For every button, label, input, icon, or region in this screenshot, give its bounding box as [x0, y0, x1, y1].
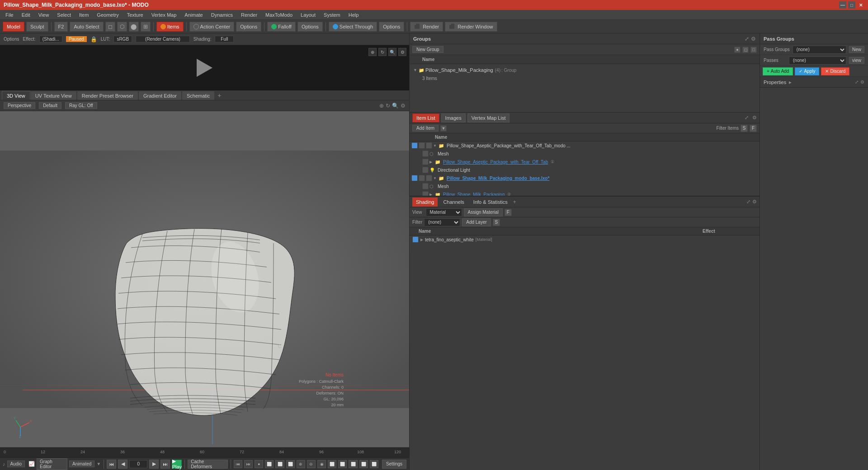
tab-info-stats[interactable]: Info & Statistics	[470, 197, 511, 207]
transport-icon-4[interactable]: ⬜	[265, 460, 274, 468]
groups-vis-1[interactable]: ●	[734, 47, 741, 53]
menu-layout[interactable]: Layout	[297, 11, 319, 19]
tab-images[interactable]: Images	[441, 113, 466, 122]
auto-select-btn[interactable]: Auto Select	[70, 22, 103, 32]
mesh-area[interactable]: C No Items Polygons : Catmull-Clark Chan…	[0, 111, 409, 447]
add-shading-tab-btn[interactable]: +	[513, 199, 516, 205]
properties-settings-icon[interactable]: ⚙	[860, 80, 864, 85]
shading-view-dropdown[interactable]: Material	[426, 208, 462, 216]
tab-schematic[interactable]: Schematic	[182, 91, 215, 100]
item-vis-1[interactable]	[411, 142, 418, 149]
audio-btn[interactable]: Audio	[7, 461, 25, 467]
item-list-resize-icon[interactable]: ⤢	[745, 115, 749, 121]
tab-3d-view[interactable]: 3D View	[2, 91, 30, 100]
tab-uv-texture[interactable]: UV Texture View	[30, 91, 77, 100]
group-sub-item[interactable]: 3 Items	[410, 74, 760, 82]
tab-item-list[interactable]: Item List	[412, 113, 439, 122]
item-row-7[interactable]: ▶ 📁 Pillow_Shape_Milk_Packaging ②	[410, 190, 760, 196]
anim-rotate-icon[interactable]: ↻	[378, 48, 387, 56]
transport-icon-6[interactable]: ⬜	[286, 460, 295, 468]
add-layer-btn[interactable]: Add Layer	[462, 218, 491, 226]
transport-icon-8[interactable]: ⊖	[307, 460, 316, 468]
close-btn[interactable]: ✕	[857, 1, 864, 9]
animated-dropdown-icon[interactable]: ▼	[96, 461, 101, 466]
select-tool-4[interactable]: ⊞	[141, 22, 151, 32]
item-toolbar-dropdown[interactable]: ▼	[440, 125, 447, 132]
transport-icon-7[interactable]: ⊕	[297, 460, 305, 468]
shading-row-1[interactable]: ▶ tetra_fino_aseptic_white [Material]	[410, 235, 760, 244]
viewport-3d[interactable]: Perspective Default Ray GL: Off ⊕ ↻ 🔍 ⚙	[0, 100, 409, 447]
groups-vis-2[interactable]: ◻	[742, 47, 749, 53]
select-tool-3[interactable]: ⬤	[129, 22, 139, 32]
shading-resize-icon[interactable]: ⤢	[746, 199, 750, 205]
render-btn[interactable]: ⬛ Render	[410, 22, 443, 32]
animated-btn[interactable]: Animated	[69, 461, 94, 467]
effect-value[interactable]: (Shadi...	[39, 36, 62, 42]
vp-icon-settings[interactable]: ⚙	[401, 103, 406, 109]
add-tab-btn[interactable]: +	[215, 91, 224, 100]
shading-f-btn[interactable]: F	[505, 209, 512, 216]
frame-input[interactable]	[129, 460, 147, 468]
menu-file[interactable]: File	[2, 11, 17, 19]
raygl-btn[interactable]: Ray GL: Off	[65, 102, 97, 109]
next-frame-btn[interactable]: ▶	[149, 460, 159, 469]
tab-channels[interactable]: Channels	[439, 197, 467, 207]
item-vis-3[interactable]	[422, 159, 429, 165]
item-eye-1[interactable]	[419, 142, 425, 149]
item-list-settings-icon[interactable]: ⚙	[752, 115, 757, 121]
discard-btn[interactable]: ✕ Discard	[821, 67, 849, 75]
auto-add-btn[interactable]: + Auto Add	[763, 67, 793, 75]
item-vis-2[interactable]	[422, 150, 429, 157]
shading-vis-1[interactable]	[412, 236, 419, 243]
passes-view-btn[interactable]: view	[849, 57, 864, 64]
transport-icon-2[interactable]: ⏭	[244, 460, 253, 468]
item-vis-6[interactable]	[422, 183, 429, 189]
groups-settings-icon[interactable]: ⚙	[751, 36, 756, 42]
item-row-6[interactable]: ⬡ Mesh	[410, 182, 760, 190]
tab-gradient-editor[interactable]: Gradient Editor	[138, 91, 182, 100]
groups-resize-icon[interactable]: ⤢	[745, 36, 749, 42]
menu-vertex-map[interactable]: Vertex Map	[148, 11, 180, 19]
new-group-btn[interactable]: New Group	[412, 46, 443, 53]
properties-resize-icon[interactable]: ⤢	[855, 80, 859, 85]
action-center-btn[interactable]: Action Center	[189, 22, 235, 32]
tab-vertex-map[interactable]: Vertex Map List	[467, 113, 510, 122]
item-row-4[interactable]: 💡 Directional Light	[410, 166, 760, 174]
next-key-btn[interactable]: ⏭	[160, 460, 170, 469]
mode-sculpt-btn[interactable]: Sculpt	[26, 22, 48, 32]
settings-btn[interactable]: Settings	[382, 460, 406, 469]
f2-btn[interactable]: F2	[54, 22, 68, 32]
menu-help[interactable]: Help	[345, 11, 363, 19]
options-3-btn[interactable]: Options	[379, 22, 404, 32]
vp-icon-rotate[interactable]: ⊕	[379, 103, 384, 109]
transport-icon-9[interactable]: ◉	[317, 460, 326, 468]
menu-maxtomodo[interactable]: MaxToModo	[262, 11, 296, 19]
transport-icon-5[interactable]: ⬜	[275, 460, 284, 468]
tab-shading[interactable]: Shading	[412, 197, 438, 207]
filter-s-btn[interactable]: S	[741, 125, 748, 132]
vp-icon-pan[interactable]: ↻	[386, 103, 390, 109]
options-2-btn[interactable]: Options	[297, 22, 323, 32]
menu-dynamics[interactable]: Dynamics	[208, 11, 236, 19]
pass-new-btn[interactable]: New	[849, 46, 864, 53]
menu-edit[interactable]: Edit	[18, 11, 34, 19]
render-window-btn[interactable]: ⬛ Render Window	[445, 22, 497, 32]
select-tool-1[interactable]: ◻	[105, 22, 115, 32]
falloff-btn[interactable]: Falloff	[267, 22, 296, 32]
minimize-btn[interactable]: —	[839, 1, 846, 9]
filter-f-btn[interactable]: F	[750, 125, 757, 132]
mode-model-btn[interactable]: Model	[3, 22, 24, 32]
prev-frame-btn[interactable]: ◀	[118, 460, 127, 469]
vp-icon-zoom[interactable]: 🔍	[392, 103, 399, 109]
prev-key-btn[interactable]: ⏮	[107, 460, 116, 469]
transport-icon-3[interactable]: ●	[255, 460, 263, 468]
transport-icon-1[interactable]: ⏮	[234, 460, 242, 468]
transport-icon-12[interactable]: ⬜	[349, 460, 357, 468]
item-vis-5[interactable]	[411, 175, 418, 181]
apply-btn[interactable]: ✓ Apply	[795, 67, 819, 75]
select-through-btn[interactable]: Select Through	[329, 22, 377, 32]
properties-expand-icon[interactable]: ▸	[789, 79, 792, 85]
shading-settings-icon[interactable]: ⚙	[752, 199, 757, 205]
transport-icon-10[interactable]: ⬜	[328, 460, 336, 468]
passes-dropdown[interactable]: (none)	[789, 56, 846, 65]
